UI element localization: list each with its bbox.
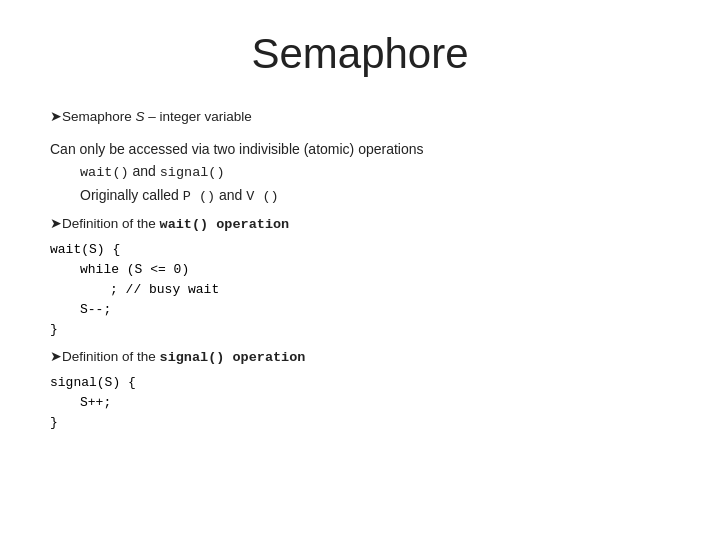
- def-signal-line: ➤Definition of the signal() operation: [50, 346, 670, 369]
- code-signal-line-3: }: [50, 413, 670, 433]
- page-title: Semaphore: [50, 30, 670, 78]
- def-wait-suffix-text: operation: [208, 217, 289, 232]
- originally-text: Originally called: [80, 187, 183, 203]
- originally-line: Originally called P () and V (): [80, 184, 670, 208]
- arrow-icon-3: ➤: [50, 349, 62, 364]
- code-wait-line-4: S--;: [80, 300, 670, 320]
- code-signal-line-2: S++;: [80, 393, 670, 413]
- semaphore-label: Semaphore S – integer variable: [62, 109, 252, 124]
- code-wait-line-2: while (S <= 0): [80, 260, 670, 280]
- wait-code-inline: wait(): [80, 165, 129, 180]
- signal-code-inline: signal(): [160, 165, 225, 180]
- slide: Semaphore ➤Semaphore S – integer variabl…: [0, 0, 720, 540]
- intro-text: Can only be accessed via two indivisible…: [50, 141, 424, 157]
- p-code: P (): [183, 189, 215, 204]
- wait-signal-line: wait() and signal(): [80, 160, 670, 184]
- code-wait-line-3: ; // busy wait: [110, 280, 670, 300]
- arrow-icon-2: ➤: [50, 216, 62, 231]
- code-signal-block: signal(S) { S++; }: [50, 373, 670, 433]
- v-code: V (): [246, 189, 278, 204]
- def-wait-prefix-text: Definition of the: [62, 216, 160, 231]
- and-text2: and: [219, 187, 246, 203]
- signal-bold-code: signal(): [160, 350, 225, 365]
- code-wait-block: wait(S) { while (S <= 0) ; // busy wait …: [50, 240, 670, 341]
- def-wait-line: ➤Definition of the wait() operation: [50, 213, 670, 236]
- wait-bold-code: wait(): [160, 217, 209, 232]
- and-text: and: [133, 163, 160, 179]
- def-signal-suffix-text: operation: [224, 350, 305, 365]
- code-signal-line-1: signal(S) {: [50, 373, 670, 393]
- arrow-icon-1: ➤: [50, 109, 62, 124]
- intro-line: Can only be accessed via two indivisible…: [50, 138, 670, 160]
- code-wait-line-1: wait(S) {: [50, 240, 670, 260]
- def-signal-prefix-text: Definition of the: [62, 349, 160, 364]
- bullet-semaphore-def: ➤Semaphore S – integer variable: [50, 106, 670, 128]
- content-area: ➤Semaphore S – integer variable Can only…: [50, 106, 670, 433]
- code-wait-line-5: }: [50, 320, 670, 340]
